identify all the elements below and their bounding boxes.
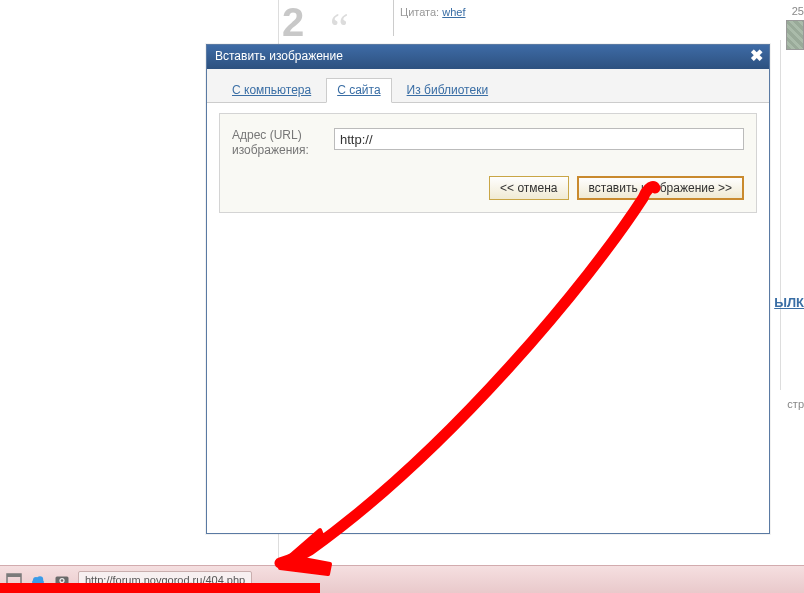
svg-rect-1 xyxy=(7,574,21,577)
post-number: 2 xyxy=(282,0,304,45)
tab-from-computer[interactable]: С компьютера xyxy=(221,78,322,102)
dialog-title-text: Вставить изображение xyxy=(215,49,343,63)
quote-line: Цитата: whef xyxy=(400,6,465,18)
quote-label: Цитата: xyxy=(400,6,439,18)
divider xyxy=(393,0,394,36)
insert-image-button[interactable]: вставить изображение >> xyxy=(577,176,744,200)
annotation-underline xyxy=(0,583,320,593)
avatar xyxy=(786,20,804,50)
insert-image-dialog: Вставить изображение ✖ С компьютера С са… xyxy=(206,44,770,534)
url-input[interactable] xyxy=(334,128,744,150)
side-date: 25 xyxy=(792,5,804,17)
tab-from-site[interactable]: С сайта xyxy=(326,78,391,103)
side-link-fragment[interactable]: ЫЛК xyxy=(774,295,804,310)
cancel-button[interactable]: << отмена xyxy=(489,176,568,200)
svg-point-4 xyxy=(37,576,43,582)
dialog-body: Адрес (URL) изображения: << отмена встав… xyxy=(207,103,769,223)
dialog-titlebar: Вставить изображение ✖ xyxy=(207,45,769,69)
svg-point-7 xyxy=(61,579,64,582)
close-icon[interactable]: ✖ xyxy=(750,48,763,64)
tabs-row: С компьютера С сайта Из библиотеки xyxy=(207,69,769,103)
url-label: Адрес (URL) изображения: xyxy=(232,128,324,158)
form-box: Адрес (URL) изображения: << отмена встав… xyxy=(219,113,757,213)
tab-from-library[interactable]: Из библиотеки xyxy=(396,78,499,102)
url-row: Адрес (URL) изображения: xyxy=(232,128,744,158)
divider-vertical-right xyxy=(780,40,781,390)
side-text-fragment: стр xyxy=(787,398,804,410)
button-row: << отмена вставить изображение >> xyxy=(232,176,744,200)
quote-user-link[interactable]: whef xyxy=(442,6,465,18)
